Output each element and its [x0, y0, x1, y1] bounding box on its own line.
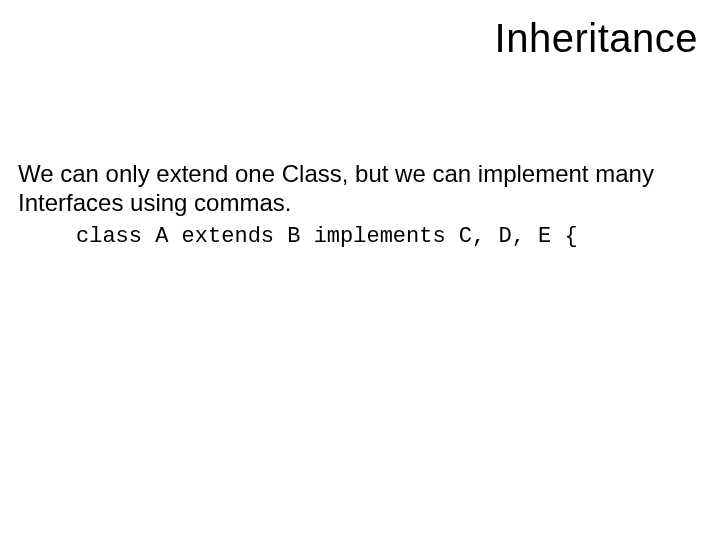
slide-title: Inheritance	[495, 16, 698, 61]
code-block: class A extends B implements C, D, E {	[18, 224, 702, 250]
paragraph: We can only extend one Class, but we can…	[18, 160, 702, 218]
body-text: We can only extend one Class, but we can…	[18, 160, 702, 250]
slide: Inheritance We can only extend one Class…	[0, 0, 720, 540]
